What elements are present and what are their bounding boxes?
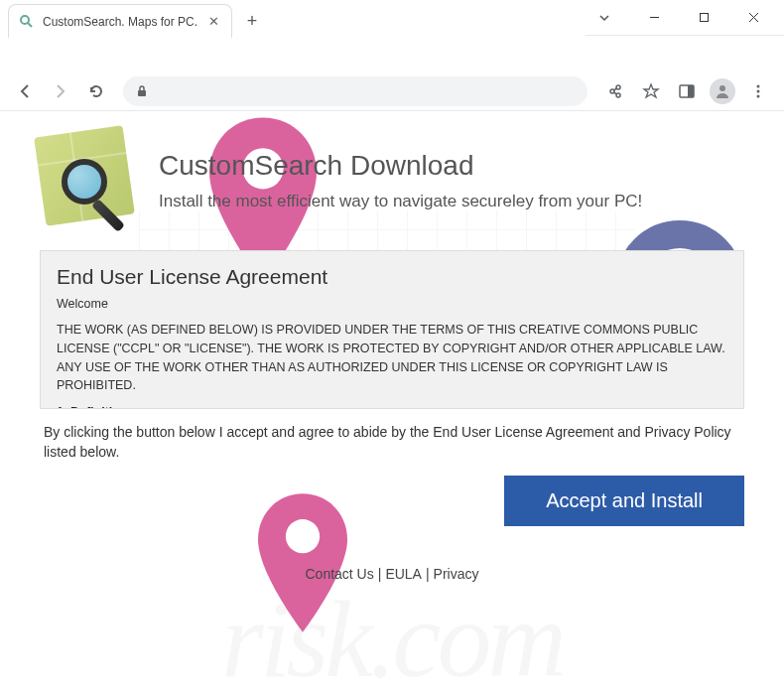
- eula-scroll-box[interactable]: End User License Agreement Welcome THE W…: [40, 250, 744, 409]
- page-viewport: risk.com CustomSearch Download Install t…: [0, 111, 784, 687]
- eula-welcome-text: Welcome: [57, 297, 727, 311]
- svg-rect-9: [688, 85, 694, 97]
- tab-favicon-icon: [19, 14, 35, 30]
- tab-close-icon[interactable]: ✕: [205, 14, 221, 30]
- svg-point-10: [719, 85, 725, 91]
- bookmark-star-icon[interactable]: [635, 75, 667, 107]
- browser-toolbar: [0, 71, 784, 111]
- page-footer: Contact Us|EULA|Privacy: [40, 566, 744, 582]
- svg-point-0: [21, 16, 29, 24]
- forward-button[interactable]: [46, 76, 75, 106]
- consent-text: By clicking the button below I accept an…: [44, 423, 740, 462]
- back-button[interactable]: [10, 76, 40, 106]
- share-icon[interactable]: [599, 75, 631, 107]
- maximize-button[interactable]: [681, 2, 726, 34]
- page-title: CustomSearch Download: [159, 150, 642, 182]
- page-subtitle: Install the most efficient way to naviga…: [159, 192, 642, 211]
- accept-install-button[interactable]: Accept and Install: [504, 476, 744, 526]
- svg-point-13: [757, 94, 760, 97]
- eula-body-text: THE WORK (AS DEFINED BELOW) IS PROVIDED …: [57, 321, 727, 395]
- footer-privacy-link[interactable]: Privacy: [434, 566, 479, 582]
- svg-point-6: [610, 89, 614, 93]
- new-tab-button[interactable]: +: [238, 7, 266, 35]
- profile-avatar[interactable]: [707, 75, 738, 107]
- browser-tab[interactable]: CustomSearch. Maps for PC. ✕: [8, 4, 232, 38]
- address-bar[interactable]: [123, 76, 588, 106]
- tab-title: CustomSearch. Maps for PC.: [43, 15, 197, 29]
- svg-rect-3: [700, 14, 708, 22]
- lock-icon: [135, 84, 149, 98]
- svg-point-12: [757, 89, 760, 92]
- svg-line-1: [28, 23, 32, 27]
- svg-point-11: [757, 84, 760, 87]
- minimize-button[interactable]: [631, 2, 677, 34]
- svg-point-7: [616, 93, 620, 97]
- close-window-button[interactable]: [730, 2, 776, 34]
- footer-eula-link[interactable]: EULA: [385, 566, 422, 582]
- eula-section-heading: 1. Definitions: [57, 405, 727, 409]
- logo-magnifier-map-icon: [40, 131, 139, 230]
- svg-point-5: [616, 85, 620, 89]
- svg-rect-4: [138, 90, 146, 96]
- kebab-menu-icon[interactable]: [742, 75, 774, 107]
- tab-strip: CustomSearch. Maps for PC. ✕ +: [0, 0, 586, 38]
- side-panel-icon[interactable]: [671, 75, 703, 107]
- reload-button[interactable]: [81, 76, 111, 106]
- eula-heading: End User License Agreement: [57, 265, 727, 289]
- chevron-down-icon[interactable]: [582, 2, 627, 34]
- page-header: CustomSearch Download Install the most e…: [40, 131, 744, 230]
- footer-contact-link[interactable]: Contact Us: [305, 566, 373, 582]
